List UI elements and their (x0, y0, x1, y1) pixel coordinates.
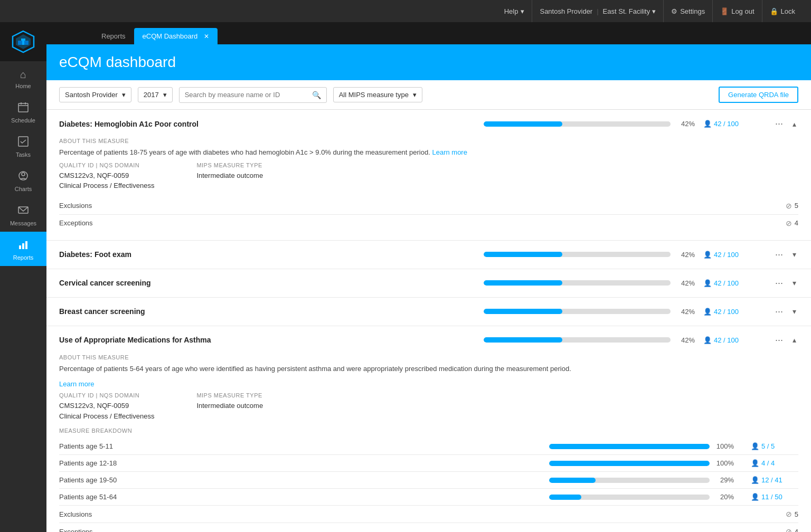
logout-icon: 🚪 (720, 7, 729, 15)
learn-more-label-asthma: Learn more (59, 380, 94, 388)
search-box[interactable]: 🔍 (179, 87, 327, 103)
more-options-button[interactable]: ··· (773, 277, 785, 290)
quality-section: QUALITY ID | NQS DOMAIN CMS122v3, NQF-00… (59, 162, 154, 191)
progress-bar-fill (549, 478, 596, 483)
chevron-down-icon: ▾ (521, 7, 524, 15)
more-options-button[interactable]: ··· (773, 248, 785, 261)
measure-progress-asthma: 42% (484, 336, 695, 344)
svg-rect-14 (22, 243, 24, 249)
measure-name-diabetes-a1c: Diabetes: Hemoglobin A1c Poor control (59, 120, 207, 128)
breakdown-progress: 29% (549, 476, 734, 484)
sidebar-item-home[interactable]: ⌂ Home (0, 61, 46, 94)
logout-button[interactable]: 🚪 Log out (713, 0, 762, 22)
tab-close-icon[interactable]: ✕ (204, 33, 209, 40)
app-logo (0, 22, 46, 61)
person-icon: 👤 (703, 120, 712, 128)
tab-ecqm[interactable]: eCQM Dashboard ✕ (134, 28, 218, 44)
person-icon: 👤 (703, 336, 712, 344)
expand-button[interactable]: ▾ (790, 249, 798, 260)
sidebar-tasks-label: Tasks (16, 151, 31, 158)
description-text: Percentage of patients 18-75 years of ag… (59, 148, 430, 156)
measure-header-breast-cancer[interactable]: Breast cancer screening 42% 👤 42 / 100 ·… (46, 298, 811, 326)
measure-type-value: All MIPS measure type (339, 91, 409, 99)
breakdown-progress: 100% (549, 442, 734, 450)
svg-rect-13 (19, 245, 21, 249)
measure-row-cervical-cancer: Cervical cancer screening 42% 👤 42 / 100… (46, 269, 811, 298)
progress-bar-bg (549, 461, 710, 466)
sidebar-item-messages[interactable]: Messages (0, 197, 46, 232)
learn-more-link-asthma[interactable]: Learn more (59, 380, 94, 388)
measure-count-diabetes-a1c: 👤 42 / 100 (703, 120, 756, 128)
sidebar-reports-label: Reports (13, 254, 34, 261)
quality-id: CMS122v3, NQF-0059 (59, 170, 154, 181)
measure-header-asthma[interactable]: Use of Appropriate Medications for Asthm… (46, 326, 811, 354)
help-menu[interactable]: Help ▾ (497, 0, 533, 22)
search-input[interactable] (185, 91, 309, 99)
collapse-button[interactable]: ▴ (790, 119, 798, 129)
measure-header-diabetes-a1c[interactable]: Diabetes: Hemoglobin A1c Poor control 42… (46, 110, 811, 138)
generate-qrda-button[interactable]: Generate QRDA file (719, 87, 798, 103)
breakdown-row-12-18: Patients age 12-18 100% 👤 4 / 4 (59, 455, 798, 472)
chevron-down-icon-year: ▾ (163, 91, 167, 99)
measure-name-cervical-cancer: Cervical cancer screening (59, 279, 207, 287)
lock-icon: 🔒 (770, 7, 778, 15)
collapse-button[interactable]: ▴ (790, 335, 798, 345)
exclusion-row-asthma: Exclusions ⊘ 5 (59, 506, 798, 523)
measure-description: Percentage of patients 18-75 years of ag… (59, 147, 798, 158)
progress-bar-bg (549, 444, 710, 449)
measure-actions-breast-cancer: ··· ▾ (773, 305, 798, 318)
measure-name-diabetes-foot: Diabetes: Foot exam (59, 250, 207, 259)
measure-actions-diabetes-foot: ··· ▾ (773, 248, 798, 261)
more-options-button[interactable]: ··· (773, 305, 785, 318)
progress-pct: 42% (676, 120, 695, 128)
mips-type: Intermediate outcome (196, 170, 263, 181)
measure-description-asthma: Percentage of patients 5-64 years of age… (59, 364, 798, 374)
chevron-down-icon-facility[interactable]: ▾ (652, 7, 656, 15)
sidebar-item-schedule[interactable]: Schedule (0, 94, 46, 129)
gear-icon: ⚙ (671, 7, 677, 15)
exclusion-row-0: Exclusions ⊘ 5 (59, 197, 798, 215)
tab-reports-label: Reports (101, 32, 126, 40)
year-dropdown[interactable]: 2017 ▾ (138, 87, 173, 102)
breakdown-row-51-64: Patients age 51-64 20% 👤 11 / 50 (59, 489, 798, 506)
progress-bar-fill (484, 309, 562, 314)
more-options-button[interactable]: ··· (773, 117, 785, 130)
quality-section-asthma: QUALITY ID | NQS DOMAIN CMS122v3, NQF-00… (59, 392, 154, 421)
breakdown-row-5-11: Patients age 5-11 100% 👤 5 / 5 (59, 438, 798, 455)
provider-value: Santosh Provider (65, 91, 118, 99)
quality-label-asthma: QUALITY ID | NQS DOMAIN (59, 392, 154, 398)
progress-bar-fill (484, 121, 562, 127)
progress-bar-fill (549, 461, 710, 466)
measure-count-breast-cancer: 👤 42 / 100 (703, 308, 756, 316)
sidebar-item-reports[interactable]: Reports (0, 232, 46, 266)
progress-pct: 42% (676, 336, 695, 344)
lock-button[interactable]: 🔒 Lock (762, 0, 803, 22)
exception-label: Exceptions (59, 219, 93, 227)
expand-button[interactable]: ▾ (790, 278, 798, 288)
measure-header-cervical-cancer[interactable]: Cervical cancer screening 42% 👤 42 / 100… (46, 269, 811, 297)
measures-list: Diabetes: Hemoglobin A1c Poor control 42… (46, 110, 811, 532)
measure-header-diabetes-foot[interactable]: Diabetes: Foot exam 42% 👤 42 / 100 ··· ▾ (46, 241, 811, 269)
sidebar-item-charts[interactable]: Charts (0, 163, 46, 197)
sidebar-item-tasks[interactable]: Tasks (0, 129, 46, 163)
measure-type-dropdown[interactable]: All MIPS measure type ▾ (333, 87, 422, 102)
measure-actions-cervical-cancer: ··· ▾ (773, 277, 798, 290)
count-value: 11 / 50 (761, 493, 782, 501)
sidebar-charts-label: Charts (15, 186, 32, 192)
quality-id-asthma: CMS122v3, NQF-0059 (59, 401, 154, 411)
expand-button[interactable]: ▾ (790, 306, 798, 317)
exclusion-value-asthma: 5 (795, 510, 798, 518)
year-value: 2017 (144, 91, 159, 99)
user-label: Santosh Provider (540, 7, 592, 15)
progress-pct: 100% (715, 442, 734, 450)
tab-reports[interactable]: Reports (93, 28, 134, 44)
progress-bar-fill (549, 444, 710, 449)
measure-row-breast-cancer: Breast cancer screening 42% 👤 42 / 100 ·… (46, 298, 811, 326)
schedule-icon (18, 102, 29, 115)
learn-more-link[interactable]: Learn more (432, 148, 467, 156)
progress-bar-fill (484, 280, 562, 286)
person-icon: 👤 (751, 493, 759, 501)
provider-dropdown[interactable]: Santosh Provider ▾ (59, 87, 131, 102)
settings-menu[interactable]: ⚙ Settings (664, 0, 713, 22)
more-options-button[interactable]: ··· (773, 334, 785, 347)
